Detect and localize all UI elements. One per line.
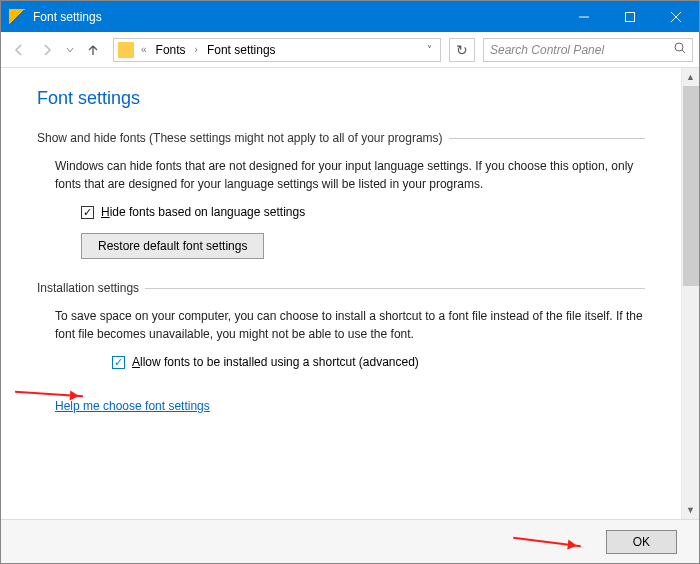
breadcrumb-dropdown-icon[interactable]: ˅ [427, 44, 436, 55]
group1-description: Windows can hide fonts that are not desi… [55, 157, 645, 193]
group-header-installation: Installation settings [37, 281, 645, 295]
recent-locations-button[interactable] [63, 38, 77, 62]
svg-point-4 [675, 43, 683, 51]
vertical-scrollbar[interactable]: ▲ ▼ [681, 68, 699, 519]
close-button[interactable] [653, 1, 699, 32]
window-title: Font settings [33, 10, 561, 24]
breadcrumb-fonts[interactable]: Fonts [152, 41, 190, 59]
app-icon [9, 9, 25, 25]
scroll-up-icon[interactable]: ▲ [682, 68, 699, 86]
restore-defaults-button[interactable]: Restore default font settings [81, 233, 264, 259]
nav-bar: « Fonts › Font settings ˅ ↻ Search Contr… [1, 32, 699, 68]
maximize-button[interactable] [607, 1, 653, 32]
group-title: Installation settings [37, 281, 139, 295]
group-show-hide-fonts: Show and hide fonts (These settings migh… [37, 131, 645, 259]
breadcrumb[interactable]: « Fonts › Font settings ˅ [113, 38, 441, 62]
page-title: Font settings [37, 88, 645, 109]
breadcrumb-font-settings[interactable]: Font settings [203, 41, 280, 59]
group-header-show-hide: Show and hide fonts (These settings migh… [37, 131, 645, 145]
svg-line-5 [682, 50, 685, 53]
hide-fonts-checkbox-row[interactable]: ✓ Hide fonts based on language settings [81, 205, 645, 219]
allow-shortcut-label: Allow fonts to be installed using a shor… [132, 355, 419, 369]
group-title: Show and hide fonts (These settings migh… [37, 131, 443, 145]
forward-button[interactable] [35, 38, 59, 62]
ok-button[interactable]: OK [606, 530, 677, 554]
allow-shortcut-checkbox-row[interactable]: ✓ Allow fonts to be installed using a sh… [112, 355, 645, 369]
search-icon [674, 42, 686, 57]
hide-fonts-checkbox[interactable]: ✓ [81, 206, 94, 219]
folder-icon [118, 42, 134, 58]
footer: OK [1, 519, 699, 563]
minimize-button[interactable] [561, 1, 607, 32]
hide-fonts-label: Hide fonts based on language settings [101, 205, 305, 219]
content-area: Font settings Show and hide fonts (These… [1, 68, 681, 519]
chevron-right-icon: › [195, 44, 198, 55]
up-button[interactable] [81, 38, 105, 62]
back-button[interactable] [7, 38, 31, 62]
divider [145, 288, 645, 289]
search-input[interactable]: Search Control Panel [483, 38, 693, 62]
svg-rect-1 [626, 12, 635, 21]
search-placeholder: Search Control Panel [490, 43, 674, 57]
scroll-thumb[interactable] [683, 86, 699, 286]
divider [449, 138, 645, 139]
allow-shortcut-checkbox[interactable]: ✓ [112, 356, 125, 369]
breadcrumb-prefix: « [141, 44, 147, 55]
group2-description: To save space on your computer, you can … [55, 307, 645, 343]
group-installation-settings: Installation settings To save space on y… [37, 281, 645, 369]
title-bar: Font settings [1, 1, 699, 32]
scroll-down-icon[interactable]: ▼ [682, 501, 699, 519]
refresh-button[interactable]: ↻ [449, 38, 475, 62]
